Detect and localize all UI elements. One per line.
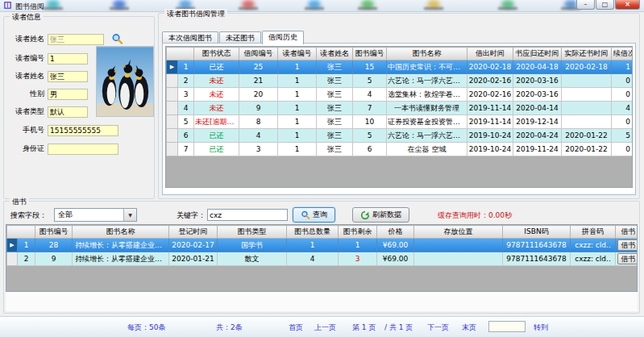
window-controls: – □ × (575, 0, 640, 10)
borrow-book-button[interactable]: 借书 (617, 239, 638, 251)
search-icon (301, 210, 310, 220)
prev-page-link[interactable]: 上一页 (314, 322, 336, 333)
last-page-link[interactable]: 末页 (462, 322, 476, 333)
tab-0[interactable]: 本次借阅图书 (162, 31, 218, 44)
cell-lend-time: 2020-02-16 (467, 88, 513, 102)
column-header[interactable]: 登记时间 (169, 226, 218, 239)
cache-query-time: 缓存查询用时：0.00秒 (438, 210, 512, 221)
cell-reader-id: 1 (278, 74, 317, 88)
reader-name-search-input[interactable] (48, 34, 104, 45)
chevron-down-icon[interactable]: ▼ (123, 209, 136, 221)
row-seq: 3 (178, 88, 194, 102)
table-row[interactable]: 7已还31张三6在尘嚣 空城2019-10-242019-11-242020-0… (167, 143, 634, 156)
id-card-label: 身份证 (9, 144, 44, 154)
search-field-select[interactable]: 全部 ▼ (54, 208, 137, 222)
column-header[interactable]: 借书 (616, 226, 638, 239)
cell-action: 借书 (616, 239, 638, 252)
refresh-icon (360, 210, 370, 220)
tab-1[interactable]: 未还图书 (219, 31, 261, 44)
column-header[interactable]: 实际还书时间 (562, 48, 612, 60)
reader-name-field[interactable] (48, 71, 88, 82)
cell-book-name: 一本书读懂财务管理 (387, 102, 467, 115)
column-header[interactable]: 读者编号 (278, 48, 317, 60)
reader-no-field[interactable] (48, 53, 88, 64)
reader-type-field[interactable] (48, 106, 88, 118)
cell-renew-count: 5 (612, 129, 634, 143)
cell-book-name: 在尘嚣 空城 (387, 143, 467, 156)
search-icon[interactable] (110, 33, 123, 46)
cell-reader-name: 张三 (317, 88, 353, 102)
cell-reader-name: 张三 (317, 60, 353, 74)
query-button-label: 查询 (313, 210, 327, 220)
cell-book-id: 5 (353, 129, 387, 143)
tab-2[interactable]: 借阅历史 (262, 31, 304, 44)
maximize-icon[interactable]: □ (596, 0, 614, 10)
borrow-management-panel: 读者图书借阅管理 本次借阅图书未还图书借阅历史 图书状态借阅编号读者编号读者姓名… (158, 13, 640, 199)
first-page-link[interactable]: 首页 (289, 322, 303, 333)
minimize-icon[interactable]: – (576, 0, 595, 10)
reader-photo-penguins (96, 46, 154, 117)
goto-page-input[interactable] (488, 321, 526, 332)
table-row[interactable]: 2未还211张三5六艺论：马一浮六艺学研究2020-02-162020-03-1… (167, 74, 634, 88)
cell-renew-count: 0 (612, 143, 634, 156)
cell-reader-id: 1 (278, 115, 317, 129)
phone-label: 手机号 (9, 125, 44, 135)
table-row[interactable]: 3未还201张三4选堂集林：敦煌学卷（套装上...2020-02-162020-… (167, 88, 634, 102)
column-header[interactable]: 图书名称 (73, 226, 169, 239)
field-row: 性别 (9, 89, 88, 102)
table-row[interactable]: 6已还41张三5六艺论：马一浮六艺学研究2019-10-242020-04-24… (167, 129, 634, 143)
keyword-input[interactable] (207, 209, 288, 221)
refresh-data-button[interactable]: 刷新数据 (352, 207, 409, 223)
query-button[interactable]: 查询 (293, 207, 335, 223)
column-header[interactable]: 借阅编号 (239, 48, 278, 60)
column-header[interactable]: ISBN码 (503, 226, 571, 239)
column-header[interactable]: 图书剩余 (339, 226, 377, 239)
search-field-value: 全部 (55, 210, 123, 220)
next-page-link[interactable]: 下一页 (427, 322, 449, 333)
column-header[interactable]: 拼音码 (571, 226, 616, 239)
column-header[interactable]: 书应归还时间 (513, 48, 562, 60)
toolbar-label-blur (305, 7, 324, 10)
table-row[interactable]: 4未还91张三7一本书读懂财务管理2019-11-142020-04-144 (167, 102, 634, 115)
cell-return-time: 2020-01-22 (562, 129, 612, 143)
column-header[interactable]: 价格 (377, 226, 414, 239)
column-header[interactable]: 续借次数 (612, 48, 634, 60)
cell-renew-count: 1 (612, 60, 634, 74)
cell-due-time: 2019-12-14 (513, 115, 562, 129)
column-header[interactable]: 图书编号 (35, 226, 73, 239)
goto-page-link[interactable]: 转到 (534, 322, 548, 333)
cell-book-id: 7 (353, 102, 387, 115)
column-header[interactable]: 图书状态 (194, 48, 239, 60)
cell-lend-time: 2019-11-14 (467, 102, 513, 115)
table-row[interactable]: 5未还[逾期74天]81张三10证券投资基金投资管理学：证...2019-11-… (167, 115, 634, 129)
gender-field[interactable] (48, 89, 88, 100)
cell-reg-time: 2020-01-21 (169, 252, 218, 266)
column-header[interactable]: 存放位置 (414, 226, 503, 239)
column-header[interactable]: 图书类型 (218, 226, 287, 239)
cell-due-time: 2020-04-24 (513, 129, 562, 143)
cell-reader-name: 张三 (317, 129, 353, 143)
cell-due-time: 2019-11-24 (513, 143, 562, 156)
table-row[interactable]: 29持续增长：从零搭建企业新媒体...2020-01-21散文43¥69.009… (7, 252, 638, 266)
column-header[interactable]: 图书编号 (353, 48, 387, 60)
cell-renew-count: 0 (612, 115, 634, 129)
cell-book-id: 28 (35, 239, 73, 252)
cell-lend-time: 2019-10-24 (467, 129, 513, 143)
cell-return-time (562, 88, 612, 102)
borrow-book-button[interactable]: 借书 (617, 253, 638, 264)
table-row[interactable]: ▶1已还251张三15中国历史常识：不可不读的326...2020-02-182… (167, 60, 634, 74)
column-header[interactable]: 图书名称 (387, 48, 467, 60)
column-header[interactable]: 读者姓名 (317, 48, 353, 60)
column-header[interactable]: 图书总数量 (287, 226, 339, 239)
reader-info-panel: 读者信息 读者姓名 读者编号 读者姓名 性别 读者类型 手机号 身份证 (3, 16, 155, 199)
close-icon[interactable]: × (615, 0, 640, 10)
toolbar-label-blur (239, 7, 258, 10)
table-row[interactable]: ▶128持续增长：从零搭建企业新媒体...2020-02-17国学书11¥69.… (7, 239, 638, 252)
cell-book-name: 证券投资基金投资管理学：证... (387, 115, 467, 129)
book-icon (3, 1, 12, 10)
column-header[interactable]: 借出时间 (467, 48, 513, 60)
cell-lend-time: 2020-02-16 (467, 74, 513, 88)
phone-field[interactable] (48, 125, 118, 136)
cell-location (414, 239, 503, 252)
id-card-field[interactable] (48, 144, 118, 155)
